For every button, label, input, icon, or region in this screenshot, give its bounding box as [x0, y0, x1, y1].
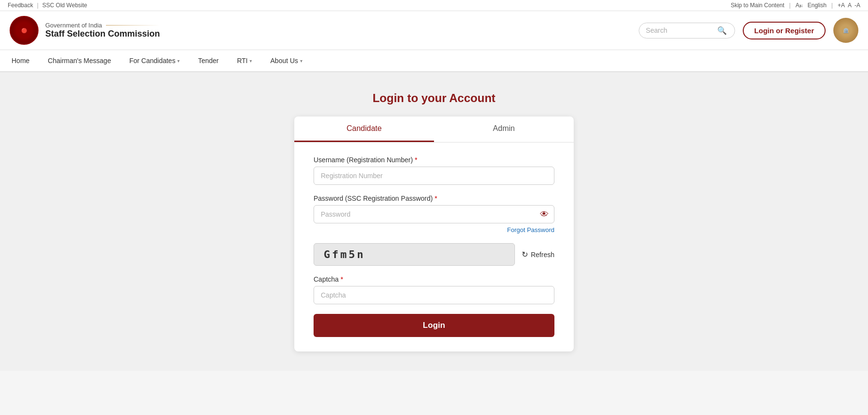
username-group: Username (Registration Number) * [314, 156, 554, 185]
emblem-icon: 🏛️ [843, 28, 849, 33]
nav-tender-label: Tender [198, 57, 219, 65]
nav-chairmans-label: Chairman's Message [48, 57, 111, 65]
password-group: Password (SSC Registration Password) * 👁… [314, 195, 554, 233]
nav-rti-label: RTI [237, 57, 248, 65]
username-label: Username (Registration Number) * [314, 156, 554, 164]
font-controls: +A A -A [838, 2, 860, 9]
separator2: | [789, 2, 790, 9]
chevron-down-icon2: ▾ [250, 58, 252, 64]
header: 🔴 Government of India Staff Selection Co… [0, 11, 868, 50]
nav-aboutus-label: About Us [270, 57, 298, 65]
top-bar-left: Feedback | SSC Old Website [8, 2, 87, 9]
gov-line [106, 25, 160, 26]
nav-item-chairmans-message[interactable]: Chairman's Message [46, 50, 113, 72]
skip-link[interactable]: Skip to Main Content [731, 2, 784, 9]
nav-item-about-us[interactable]: About Us ▾ [268, 50, 304, 72]
search-box: 🔍 [639, 23, 735, 39]
nav-home-label: Home [12, 57, 29, 65]
eye-icon[interactable]: 👁 [540, 209, 549, 220]
password-input[interactable] [314, 205, 554, 223]
main-content: Login to your Account Candidate Admin Us… [0, 72, 868, 371]
tab-candidate[interactable]: Candidate [294, 117, 434, 142]
login-submit-button[interactable]: Login [314, 314, 554, 337]
commission-label: Staff Selection Commission [45, 29, 160, 39]
nav-item-rti[interactable]: RTI ▾ [235, 50, 254, 72]
gov-text: Government of India [45, 22, 102, 29]
feedback-link[interactable]: Feedback [8, 2, 33, 9]
refresh-label: Refresh [531, 251, 554, 259]
login-form: Username (Registration Number) * Passwor… [294, 143, 574, 304]
gov-label: Government of India [45, 22, 160, 29]
login-register-button[interactable]: Login or Register [743, 22, 826, 39]
separator: | [37, 2, 39, 9]
password-wrapper: 👁 [314, 205, 554, 223]
nav-candidates-label: For Candidates [129, 57, 175, 65]
password-required: * [434, 195, 437, 202]
captcha-required: * [341, 275, 343, 283]
tab-admin[interactable]: Admin [434, 117, 574, 142]
captcha-group: Captcha * [314, 275, 554, 304]
emblem: 🏛️ [833, 18, 858, 43]
search-input[interactable] [646, 26, 713, 34]
captcha-input[interactable] [314, 286, 554, 304]
org-name: Government of India Staff Selection Comm… [45, 22, 160, 39]
forgot-password-link[interactable]: Forgot Password [314, 226, 554, 233]
header-left: 🔴 Government of India Staff Selection Co… [10, 16, 160, 45]
captcha-row: Gfm5n ↻ Refresh [314, 243, 554, 266]
top-bar: Feedback | SSC Old Website Skip to Main … [0, 0, 868, 11]
logo-text: 🔴 [21, 28, 27, 33]
login-tabs: Candidate Admin [294, 117, 574, 143]
refresh-button[interactable]: ↻ Refresh [522, 250, 554, 259]
password-label: Password (SSC Registration Password) * [314, 195, 554, 202]
ssc-logo: 🔴 [10, 16, 39, 45]
refresh-icon: ↻ [522, 250, 528, 259]
font-a3i[interactable]: A₃ᵢ [795, 2, 802, 9]
font-plus-btn[interactable]: +A [838, 2, 845, 9]
search-icon[interactable]: 🔍 [717, 26, 727, 35]
separator3: | [831, 2, 833, 9]
language-selector[interactable]: English [807, 2, 826, 9]
font-minus-btn[interactable]: -A [855, 2, 860, 9]
password-label-text: Password (SSC Registration Password) [314, 195, 433, 202]
username-label-text: Username (Registration Number) [314, 156, 413, 164]
nav-item-tender[interactable]: Tender [196, 50, 221, 72]
captcha-image: Gfm5n [314, 243, 515, 266]
username-input[interactable] [314, 167, 554, 185]
font-normal-btn[interactable]: A [848, 2, 852, 9]
chevron-down-icon: ▾ [177, 58, 180, 64]
header-right: 🔍 Login or Register 🏛️ [639, 18, 858, 43]
nav-item-for-candidates[interactable]: For Candidates ▾ [127, 50, 182, 72]
chevron-down-icon3: ▾ [300, 58, 302, 64]
page-title: Login to your Account [372, 91, 495, 105]
login-card: Candidate Admin Username (Registration N… [294, 117, 574, 351]
captcha-label-text: Captcha [314, 275, 339, 283]
captcha-label: Captcha * [314, 275, 554, 283]
old-website-link[interactable]: SSC Old Website [42, 2, 87, 9]
nav-item-home[interactable]: Home [10, 50, 31, 72]
top-bar-right: Skip to Main Content | A₃ᵢ English | +A … [731, 2, 860, 9]
main-nav: Home Chairman's Message For Candidates ▾… [0, 50, 868, 72]
username-required: * [415, 156, 417, 164]
